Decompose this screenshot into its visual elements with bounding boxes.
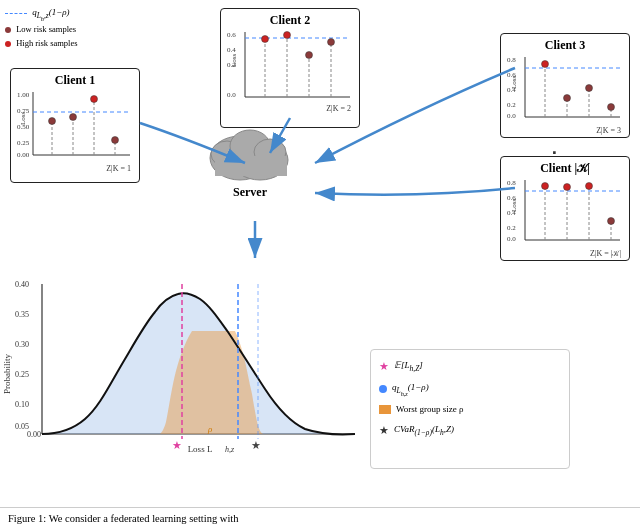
svg-text:0.0: 0.0 [507, 112, 516, 120]
svg-text:Loss: Loss [19, 112, 27, 126]
svg-text:0.8: 0.8 [507, 179, 516, 187]
svg-point-59 [542, 183, 549, 190]
client1-svg: 1.00 0.75 0.50 0.25 0.00 [15, 90, 133, 168]
legend-label-4: CVaR(1−ρ)(Lh,Z) [394, 421, 454, 440]
legend-item-4: ★ CVaR(1−ρ)(Lh,Z) [379, 420, 561, 441]
legend-item-2: qLh,z(1−ρ) [379, 379, 561, 399]
server-area: Server [205, 118, 295, 200]
svg-point-65 [608, 218, 615, 225]
svg-text:1.00: 1.00 [17, 91, 30, 99]
svg-text:0.2: 0.2 [507, 101, 516, 109]
svg-text:0.0: 0.0 [507, 235, 516, 243]
svg-point-61 [564, 184, 571, 191]
client2-svg: 0.6 0.4 0.2 0.0 [225, 30, 353, 110]
orange-rect-icon [379, 405, 391, 414]
svg-text:0.25: 0.25 [17, 139, 30, 147]
client2-box: Client 2 0.6 0.4 0.2 0.0 [220, 8, 360, 128]
svg-text:0.6: 0.6 [227, 31, 236, 39]
client3-box: Client 3 0.8 0.6 0.4 0.2 0.0 [500, 33, 630, 138]
svg-point-11 [70, 114, 77, 121]
svg-text:0.8: 0.8 [507, 56, 516, 64]
legend-label-1: 𝔼[Lh,Z] [394, 357, 423, 376]
client1-chart: 1.00 0.75 0.50 0.25 0.00 [15, 90, 135, 165]
svg-point-29 [306, 52, 313, 59]
client3-chart: 0.8 0.6 0.4 0.2 0.0 [505, 55, 625, 130]
client2-chart: 0.6 0.4 0.2 0.0 [225, 30, 355, 105]
svg-text:0.25: 0.25 [15, 370, 29, 379]
client3-svg: 0.8 0.6 0.4 0.2 0.0 [505, 55, 623, 130]
legend-item-1: ★ 𝔼[Lh,Z] [379, 356, 561, 377]
svg-text:0.0: 0.0 [227, 91, 236, 99]
dark-star-icon: ★ [379, 420, 389, 441]
legend-label-2: qLh,z(1−ρ) [392, 379, 429, 399]
server-label: Server [233, 185, 267, 200]
clientK-svg: 0.8 0.6 0.4 0.2 0.0 [505, 178, 623, 253]
svg-text:0.35: 0.35 [15, 310, 29, 319]
svg-text:Loss: Loss [510, 199, 518, 213]
server-cloud-icon [205, 118, 295, 183]
svg-text:0.2: 0.2 [507, 224, 516, 232]
svg-text:0.30: 0.30 [15, 340, 29, 349]
svg-point-27 [284, 32, 291, 39]
svg-text:h,z: h,z [225, 445, 235, 454]
clientK-title: Client |𝒦| [505, 161, 625, 176]
svg-text:Loss: Loss [230, 54, 238, 68]
svg-text:Loss L: Loss L [188, 444, 213, 454]
svg-point-44 [564, 95, 571, 102]
svg-point-13 [91, 96, 98, 103]
client2-title: Client 2 [225, 13, 355, 28]
prob-chart-svg: Probability 0.40 0.35 0.30 0.25 0.10 0.0… [0, 274, 370, 469]
main-container: qLh,z(1−ρ) Low risk samples High risk sa… [0, 0, 640, 527]
svg-point-63 [586, 183, 593, 190]
legend-label-3: Worst group size ρ [396, 401, 464, 418]
client1-box: Client 1 1.00 0.75 0.50 0.25 0.00 [10, 68, 140, 183]
pink-star-icon: ★ [379, 356, 389, 377]
client3-title: Client 3 [505, 38, 625, 53]
client1-title: Client 1 [15, 73, 135, 88]
caption-text: Figure 1: We consider a federated learni… [8, 513, 238, 524]
svg-text:0.00: 0.00 [17, 151, 30, 159]
svg-point-48 [608, 104, 615, 111]
clientK-chart: 0.8 0.6 0.4 0.2 0.0 [505, 178, 625, 253]
svg-point-25 [262, 36, 269, 43]
svg-text:0.4: 0.4 [227, 46, 236, 54]
blue-circle-icon [379, 385, 387, 393]
svg-point-42 [542, 61, 549, 68]
svg-text:Probability: Probability [2, 354, 12, 394]
svg-text:0.40: 0.40 [15, 280, 29, 289]
svg-text:ρ: ρ [207, 424, 213, 434]
clientK-box: Client |𝒦| 0.8 0.6 0.4 0.2 0.0 [500, 156, 630, 261]
legend-item-3: Worst group size ρ [379, 401, 561, 418]
figure-caption: Figure 1: We consider a federated learni… [0, 507, 640, 527]
svg-text:Loss: Loss [510, 76, 518, 90]
svg-text:0.00: 0.00 [27, 430, 41, 439]
svg-point-31 [328, 39, 335, 46]
svg-point-46 [586, 85, 593, 92]
svg-point-9 [49, 118, 56, 125]
svg-text:★: ★ [251, 439, 261, 451]
prob-chart-container: Probability 0.40 0.35 0.30 0.25 0.10 0.0… [0, 274, 370, 469]
svg-point-15 [112, 137, 119, 144]
svg-text:0.10: 0.10 [15, 400, 29, 409]
bottom-legend-box: ★ 𝔼[Lh,Z] qLh,z(1−ρ) Worst group size ρ … [370, 349, 570, 469]
svg-text:★: ★ [172, 439, 182, 451]
top-section: Client 1 1.00 0.75 0.50 0.25 0.00 [10, 8, 630, 238]
svg-rect-72 [215, 156, 287, 176]
